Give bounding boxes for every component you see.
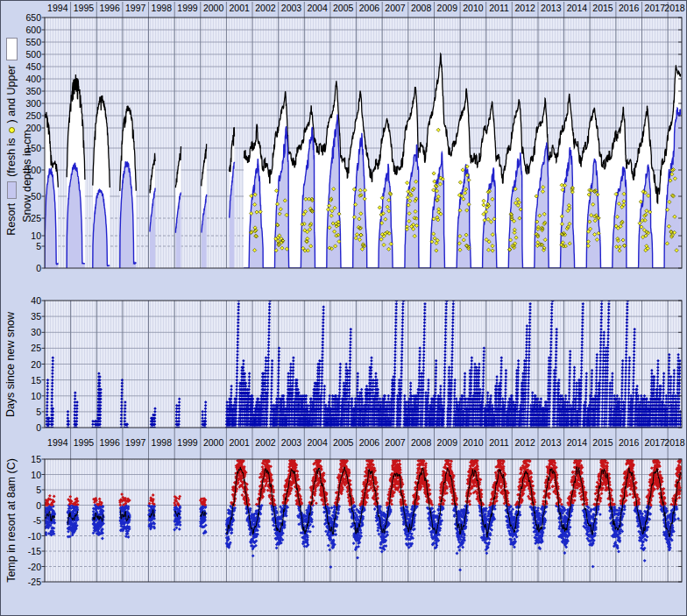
days-y-tick-label: 10 — [4, 391, 41, 401]
temp-y-tick-label: -25 — [4, 577, 41, 587]
year-label-mid: 2006 — [356, 437, 382, 449]
year-label-top: 2015 — [590, 3, 616, 14]
snow-y-tick-label: 10 — [4, 230, 41, 241]
year-label-mid: 2007 — [382, 437, 408, 449]
temp-y-tick-label: 10 — [4, 470, 41, 480]
year-label-mid: 2010 — [460, 437, 486, 449]
days-y-tick-label: 5 — [4, 407, 41, 417]
year-label-mid: 2018 — [662, 437, 687, 449]
year-label-top: 1995 — [70, 3, 96, 14]
temp-y-tick-label: 0 — [4, 500, 41, 511]
temp-y-tick-label: 5 — [4, 485, 41, 495]
year-label-mid: 2016 — [616, 437, 642, 449]
snow-y-tick-label: 150 — [4, 143, 41, 153]
snow-y-tick-label: 200 — [4, 123, 41, 133]
snow-y-tick-label: 5 — [4, 241, 41, 251]
year-label-mid: 2012 — [512, 437, 538, 449]
snow-y-tick-label: 600 — [4, 25, 41, 35]
year-label-top: 2008 — [408, 3, 435, 14]
snow-y-tick-label: 250 — [4, 110, 41, 121]
year-label-top: 1996 — [96, 3, 123, 14]
year-label-top: 2010 — [460, 3, 486, 14]
days-y-tick-label: 35 — [4, 311, 41, 322]
days-y-tick-label: 40 — [4, 295, 41, 306]
year-label-top: 2012 — [512, 3, 538, 14]
chart-svg — [1, 1, 687, 616]
temp-y-tick-label: -15 — [4, 546, 41, 556]
days-y-tick-label: 15 — [4, 375, 41, 386]
year-label-top: 2004 — [304, 3, 330, 14]
year-label-mid: 2008 — [408, 437, 435, 449]
year-label-mid: 1995 — [70, 437, 96, 449]
year-label-top: 2005 — [330, 3, 357, 14]
year-label-top: 2007 — [382, 3, 408, 14]
year-label-mid: 2014 — [563, 437, 590, 449]
year-label-top: 2018 — [662, 3, 687, 14]
year-label-mid: 2000 — [201, 437, 227, 449]
year-label-top: 2013 — [538, 3, 564, 14]
year-label-top: 2016 — [616, 3, 642, 14]
year-label-mid: 1996 — [96, 437, 123, 449]
year-label-top: 2000 — [201, 3, 227, 14]
year-label-mid: 1994 — [45, 437, 71, 449]
snow-y-tick-label: 650 — [4, 12, 41, 23]
snow-y-tick-label: 500 — [4, 49, 41, 60]
snow-y-tick-label: 400 — [4, 74, 41, 84]
days-y-tick-label: 0 — [4, 422, 41, 433]
year-label-mid: 2015 — [590, 437, 616, 449]
year-label-top: 1994 — [45, 3, 71, 14]
snow-y-tick-label: 450 — [4, 61, 41, 72]
year-label-top: 2006 — [356, 3, 382, 14]
year-label-top: 2001 — [226, 3, 252, 14]
year-label-top: 2009 — [434, 3, 460, 14]
year-label-mid: 2011 — [486, 437, 513, 449]
year-label-mid: 2003 — [279, 437, 305, 449]
snow-y-tick-label: 300 — [4, 98, 41, 109]
snow-y-tick-label: 25 — [4, 213, 41, 223]
year-label-top: 2002 — [252, 3, 279, 14]
year-label-mid: 2005 — [330, 437, 357, 449]
chart-canvas — [1, 1, 687, 616]
year-label-top: 2011 — [486, 3, 513, 14]
snow-y-tick-label: 350 — [4, 86, 41, 96]
year-label-top: 2014 — [563, 3, 590, 14]
snow-y-tick-label: 550 — [4, 37, 41, 47]
temp-y-tick-label: -10 — [4, 531, 41, 542]
days-y-tick-label: 30 — [4, 327, 41, 337]
year-label-top: 1997 — [123, 3, 149, 14]
days-y-tick-label: 20 — [4, 359, 41, 370]
snow-y-tick-label: 0 — [4, 263, 41, 273]
year-label-mid: 2004 — [304, 437, 330, 449]
year-label-top: 2003 — [279, 3, 305, 14]
year-label-mid: 2001 — [226, 437, 252, 449]
year-label-mid: 2009 — [434, 437, 460, 449]
temp-y-tick-label: -20 — [4, 562, 41, 572]
year-label-mid: 1997 — [123, 437, 149, 449]
year-label-mid: 1999 — [174, 437, 201, 449]
year-label-mid: 2013 — [538, 437, 564, 449]
year-label-top: 1998 — [148, 3, 174, 14]
year-label-mid: 2002 — [252, 437, 279, 449]
temp-y-tick-label: -5 — [4, 515, 41, 526]
year-label-top: 1999 — [174, 3, 201, 14]
temp-y-tick-label: 15 — [4, 454, 41, 464]
snow-history-chart-window: Resort (fresh is ) and Upper Snow depths… — [0, 0, 687, 616]
snow-y-tick-label: 100 — [4, 165, 41, 175]
year-label-mid: 1998 — [148, 437, 174, 449]
snow-y-tick-label: 50 — [4, 191, 41, 202]
days-y-tick-label: 25 — [4, 343, 41, 353]
